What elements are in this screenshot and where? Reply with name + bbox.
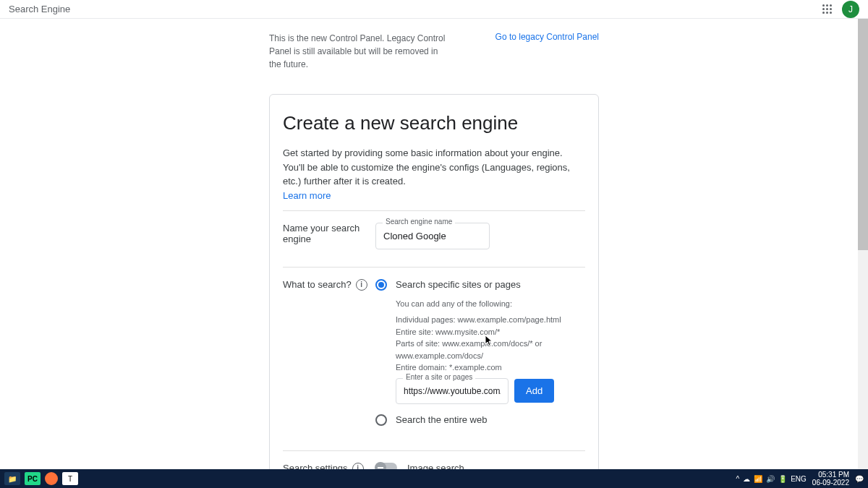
engine-name-input[interactable] (375, 223, 490, 249)
create-engine-card: Create a new search engine Get started b… (269, 94, 599, 488)
card-description: Get started by providing some basic info… (283, 146, 585, 189)
search-scope-label-text: What to search? (283, 279, 352, 290)
radio-entire-label: Search the entire web (396, 414, 487, 425)
tray-volume-icon[interactable]: 🔊 (766, 475, 775, 483)
sites-hint: You can add any of the following: Indivi… (396, 298, 585, 374)
tray-notifications-icon[interactable]: 💬 (855, 475, 864, 483)
taskbar: 📁 PC T ^ ☁ 📶 🔊 🔋 ENG 05:31 PM 06-09-2022… (0, 469, 868, 488)
hint-examples: Individual pages: www.example.com/page.h… (396, 314, 585, 374)
engine-name-field-label: Search engine name (383, 218, 455, 226)
engine-name-field-wrap: Search engine name (375, 223, 490, 249)
content-area: This is the new Control Panel. Legacy Co… (0, 19, 868, 488)
radio-entire-web[interactable]: Search the entire web (375, 414, 585, 426)
radio-entire-input[interactable] (375, 414, 387, 426)
notice-text: This is the new Control Panel. Legacy Co… (269, 32, 450, 71)
site-url-input[interactable] (396, 378, 509, 404)
add-button[interactable]: Add (514, 379, 554, 403)
taskbar-firefox-icon[interactable] (45, 472, 58, 485)
taskbar-left: 📁 PC T (4, 472, 78, 485)
taskbar-time: 05:31 PM (812, 471, 849, 479)
info-icon[interactable]: i (356, 279, 367, 291)
tray-wifi-icon[interactable]: 📶 (754, 475, 762, 483)
learn-more-link[interactable]: Learn more (283, 190, 331, 201)
name-section: Name your search engine Search engine na… (283, 210, 585, 257)
radio-specific-label: Search specific sites or pages (396, 279, 521, 290)
card-title: Create a new search engine (283, 112, 585, 134)
system-tray: ^ ☁ 📶 🔊 🔋 ENG (736, 475, 806, 483)
radio-specific-sites[interactable]: Search specific sites or pages (375, 279, 585, 291)
scrollbar-thumb[interactable] (858, 19, 868, 250)
taskbar-clock[interactable]: 05:31 PM 06-09-2022 (812, 471, 849, 487)
taskbar-text-icon[interactable]: T (62, 472, 78, 485)
tray-lang[interactable]: ENG (791, 475, 807, 483)
user-avatar[interactable]: J (842, 1, 859, 18)
taskbar-date: 06-09-2022 (812, 479, 849, 487)
taskbar-pycharm-icon[interactable]: PC (25, 472, 41, 485)
header-actions: J (822, 1, 859, 18)
apps-grid-icon[interactable] (822, 4, 832, 14)
taskbar-right: ^ ☁ 📶 🔊 🔋 ENG 05:31 PM 06-09-2022 💬 (736, 471, 864, 487)
tray-up-icon[interactable]: ^ (736, 475, 739, 483)
name-section-label: Name your search engine (283, 223, 375, 244)
scrollbar[interactable] (858, 19, 868, 469)
legacy-panel-link[interactable]: Go to legacy Control Panel (495, 32, 599, 42)
app-title: Search Engine (9, 4, 70, 14)
app-header: Search Engine J (0, 0, 868, 19)
search-scope-label: What to search? i (283, 279, 375, 291)
tray-cloud-icon[interactable]: ☁ (743, 475, 750, 483)
taskbar-files-icon[interactable]: 📁 (4, 472, 20, 485)
legacy-notice: This is the new Control Panel. Legacy Co… (269, 32, 599, 82)
site-field-label: Enter a site or pages (403, 373, 475, 381)
radio-specific-input[interactable] (375, 279, 387, 291)
hint-intro: You can add any of the following: (396, 298, 585, 310)
tray-battery-icon[interactable]: 🔋 (778, 475, 787, 483)
site-input-row: Enter a site or pages Add (396, 378, 585, 404)
search-scope-section: What to search? i Search specific sites … (283, 267, 585, 440)
